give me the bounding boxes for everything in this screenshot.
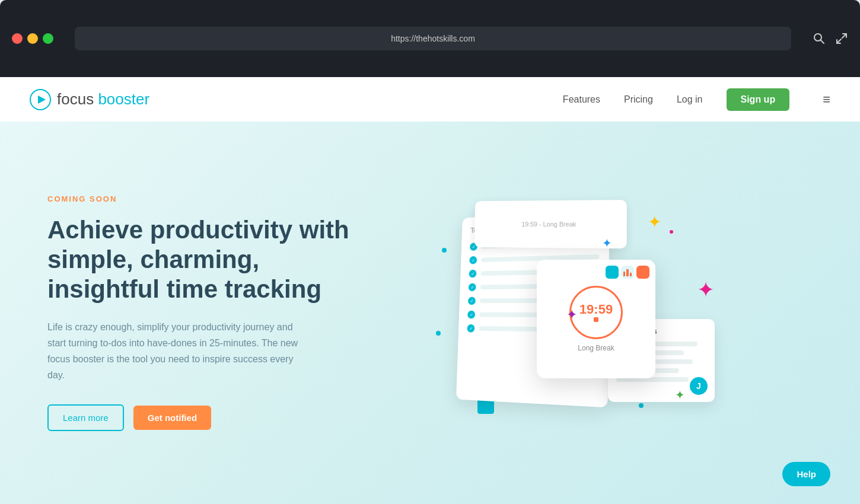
hero-title: Achieve productivity with simple, charmi…: [47, 215, 356, 305]
logo-text: focus booster: [57, 90, 149, 109]
learn-more-button[interactable]: Learn more: [47, 404, 124, 431]
task-check: ✓: [468, 296, 476, 304]
browser-icons: [813, 32, 848, 45]
hero-content: COMING SOON Achieve productivity with si…: [47, 194, 356, 432]
timer-dot: [594, 317, 598, 322]
hero-buttons: Learn more Get notified: [47, 404, 356, 431]
star-green: ✦: [675, 388, 685, 402]
card-timer: 19:59 Long Break: [537, 260, 655, 378]
hero-description: Life is crazy enough, simplify your prod…: [47, 319, 308, 384]
menu-icon[interactable]: ≡: [823, 92, 830, 107]
task-check: ✓: [467, 310, 475, 318]
timer-display: 19:59: [579, 303, 613, 316]
traffic-light-red[interactable]: [12, 33, 23, 44]
decorative-dot-2: [436, 331, 441, 336]
traffic-lights: [12, 33, 53, 44]
long-break-label: Long Break: [578, 344, 614, 352]
mockup-container: ✦ ✦ ✦ ✦ ✦ 19:59 - Long Break Today ✓: [436, 200, 732, 426]
chart-bar-3: [630, 273, 632, 276]
logo-icon: [30, 89, 51, 110]
decorative-dot-5: [639, 403, 644, 408]
app-icon-chart: [621, 266, 634, 279]
website: focus booster Features Pricing Log in Si…: [0, 77, 860, 504]
nav-login[interactable]: Log in: [677, 94, 703, 105]
navbar: focus booster Features Pricing Log in Si…: [0, 77, 860, 122]
address-bar[interactable]: https://thehotskills.com: [75, 27, 791, 50]
decorative-dot-3: [670, 230, 673, 234]
traffic-light-green[interactable]: [43, 33, 53, 44]
prefs-action-icon: J: [690, 377, 708, 395]
get-notified-button[interactable]: Get notified: [133, 406, 211, 430]
logo[interactable]: focus booster: [30, 89, 149, 110]
timer-small-label: 19:59 - Long Break: [521, 220, 576, 227]
decorative-dot-1: [442, 248, 447, 253]
svg-line-1: [821, 40, 824, 44]
browser-chrome: https://thehotskills.com: [0, 0, 860, 77]
task-check: ✓: [469, 256, 477, 264]
task-check: ✓: [467, 324, 474, 332]
task-check: ✓: [469, 283, 476, 291]
hero-section: COMING SOON Achieve productivity with si…: [0, 122, 860, 504]
nav-pricing[interactable]: Pricing: [624, 94, 653, 105]
nav-links: Features Pricing Log in Sign up ≡: [563, 88, 830, 111]
signup-button[interactable]: Sign up: [727, 88, 790, 111]
chart-bar-2: [626, 269, 628, 276]
url-text: https://thehotskills.com: [391, 34, 475, 43]
hero-illustration: ✦ ✦ ✦ ✦ ✦ 19:59 - Long Break Today ✓: [356, 145, 813, 480]
star-blue-1: ✦: [602, 236, 612, 250]
app-icon-teal: [606, 266, 619, 279]
coming-soon-label: COMING SOON: [47, 194, 356, 203]
chart-bar-1: [623, 272, 625, 276]
svg-line-3: [837, 39, 841, 43]
nav-features[interactable]: Features: [563, 94, 600, 105]
app-icons: [606, 266, 649, 279]
app-icon-orange: [636, 266, 649, 279]
search-icon[interactable]: [813, 32, 826, 45]
star-pink: ✦: [697, 277, 715, 302]
task-check: ✓: [469, 269, 476, 277]
expand-icon[interactable]: [835, 32, 848, 45]
traffic-light-yellow[interactable]: [27, 33, 38, 44]
help-button[interactable]: Help: [782, 462, 830, 486]
timer-circle: 19:59: [569, 286, 623, 339]
star-blue-2: ✦: [566, 307, 577, 323]
star-yellow: ✦: [648, 212, 661, 232]
svg-line-2: [842, 34, 846, 38]
svg-marker-5: [38, 95, 46, 104]
